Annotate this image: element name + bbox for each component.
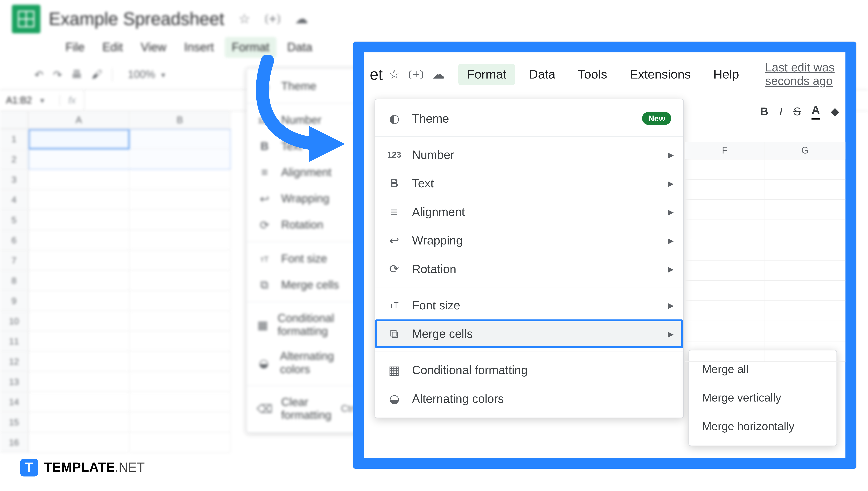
menu-item-alignment[interactable]: ≡Alignment [247, 160, 370, 186]
menu-item-rotation[interactable]: ⟳Rotation [247, 212, 370, 238]
row-header[interactable]: 9 [0, 291, 28, 311]
print-icon[interactable]: 🖶 [71, 68, 82, 81]
menu-item-conditional[interactable]: ▦Conditional formatting [375, 356, 683, 384]
menu-file[interactable]: File [58, 37, 92, 58]
canvas-wrapper: Example Spreadsheet ☆ ⟮+⟯ ☁ File Edit Vi… [0, 0, 868, 490]
sheets-logo[interactable] [12, 5, 40, 33]
altcolors-icon: ◒ [387, 392, 401, 406]
watermark-text: TEMPLATE.NET [44, 460, 145, 475]
star-icon[interactable]: ☆ [389, 67, 400, 82]
col-header[interactable]: B [130, 111, 231, 129]
submenu-caret-icon: ▶ [668, 329, 674, 338]
menu-item-wrapping[interactable]: ↩Wrapping▶ [375, 226, 683, 255]
watermark: T TEMPLATE.NET [20, 459, 145, 476]
row-header[interactable]: 1 [0, 129, 28, 149]
menu-label: Theme [412, 111, 449, 125]
row-header[interactable]: 11 [0, 331, 28, 352]
menu-item-wrapping[interactable]: ↩Wrapping [247, 186, 370, 212]
number-icon: 123 [257, 113, 272, 127]
overlay-toolbar: B I S A ◆ [760, 104, 840, 119]
menu-data[interactable]: Data [521, 64, 564, 85]
menu-item-theme[interactable]: ◐Theme [247, 73, 370, 99]
menu-item-number[interactable]: 123Number▶ [375, 141, 683, 169]
menu-tools[interactable]: Tools [569, 64, 615, 85]
submenu-caret-icon: ▶ [668, 264, 674, 273]
menu-item-altcolors[interactable]: ◒Alternating colors [247, 344, 370, 382]
redo-icon[interactable]: ↷ [53, 68, 62, 81]
menu-view[interactable]: View [133, 37, 173, 58]
overlay-menubar: et ☆ ⟮+⟯ ☁ Format Data Tools Extensions … [364, 52, 845, 95]
row-header[interactable]: 2 [0, 149, 28, 170]
menu-edit[interactable]: Edit [95, 37, 130, 58]
italic-button[interactable]: I [779, 105, 783, 118]
row-header[interactable]: 4 [0, 190, 28, 210]
select-all-corner[interactable] [0, 111, 28, 129]
last-edit-link[interactable]: Last edit was seconds ago [765, 61, 843, 88]
star-icon[interactable]: ☆ [239, 11, 250, 27]
bold-button[interactable]: B [760, 105, 768, 118]
document-title[interactable]: Example Spreadsheet [49, 9, 224, 29]
menu-item-alignment[interactable]: ≡Alignment▶ [375, 197, 683, 226]
cloud-icon[interactable]: ☁ [295, 11, 308, 27]
row-header[interactable]: 7 [0, 251, 28, 271]
row-header[interactable]: 8 [0, 271, 28, 291]
fontsize-icon: тT [257, 252, 272, 266]
menu-item-fontsize[interactable]: тTFont size▶ [375, 291, 683, 319]
conditional-icon: ▦ [257, 318, 268, 332]
menu-label: Alignment [412, 205, 465, 219]
col-header[interactable]: A [28, 111, 130, 129]
move-icon[interactable]: ⟮+⟯ [262, 11, 283, 27]
name-box[interactable]: A1:B2▼ [0, 92, 60, 108]
menu-label: Conditional formatting [412, 363, 528, 377]
row-header[interactable]: 12 [0, 352, 28, 372]
row-header[interactable]: 3 [0, 170, 28, 190]
theme-icon: ◐ [257, 79, 272, 93]
menu-item-number[interactable]: 123Number [247, 107, 370, 134]
col-header[interactable]: F [685, 142, 765, 160]
menu-label: Font size [412, 298, 460, 312]
zoom-callout: et ☆ ⟮+⟯ ☁ Format Data Tools Extensions … [353, 42, 856, 469]
menu-format[interactable]: Format [459, 64, 515, 85]
menu-item-merge[interactable]: ⧉Merge cells [247, 272, 370, 298]
wrapping-icon: ↩ [387, 233, 401, 248]
menu-extensions[interactable]: Extensions [621, 64, 699, 85]
strike-button[interactable]: S [794, 105, 801, 118]
col-header[interactable]: G [765, 142, 845, 160]
textcolor-button[interactable]: A [812, 104, 820, 119]
selection-range [28, 129, 230, 170]
alignment-icon: ≡ [387, 205, 401, 219]
fill-button[interactable]: ◆ [831, 105, 840, 118]
zoom-dropdown[interactable]: 100%▼ [122, 66, 173, 83]
row-header[interactable]: 6 [0, 230, 28, 251]
row-header[interactable]: 15 [0, 412, 28, 433]
menu-item-text[interactable]: BText▶ [375, 169, 683, 197]
row-header[interactable]: 16 [0, 432, 28, 453]
format-menu-bg: ◐Theme 123Number BText ≡Alignment ↩Wrapp… [246, 68, 371, 433]
row-header[interactable]: 13 [0, 372, 28, 392]
menu-format[interactable]: Format [225, 37, 277, 58]
titlebar: Example Spreadsheet ☆ ⟮+⟯ ☁ [0, 0, 868, 33]
menu-item-altcolors[interactable]: ◒Alternating colors [375, 384, 683, 413]
row-header[interactable]: 10 [0, 311, 28, 331]
menu-item-text[interactable]: BText [247, 133, 370, 160]
menu-item-fontsize[interactable]: тTFont size [247, 246, 370, 272]
paintformat-icon[interactable]: 🖌 [92, 68, 102, 81]
menu-item-rotation[interactable]: ⟳Rotation▶ [375, 255, 683, 283]
text-icon: B [387, 176, 401, 190]
menu-item-merge[interactable]: ⧉Merge cells▶ [375, 319, 683, 348]
move-icon[interactable]: ⟮+⟯ [406, 67, 426, 82]
submenu-caret-icon: ▶ [668, 179, 674, 188]
menu-data[interactable]: Data [280, 37, 319, 58]
row-header[interactable]: 5 [0, 210, 28, 230]
menu-item-theme[interactable]: ◐ Theme New [375, 104, 683, 133]
menu-help[interactable]: Help [705, 64, 747, 85]
menu-item-clear[interactable]: ⌫Clear formattingCtrl+\ [247, 389, 370, 428]
cloud-icon[interactable]: ☁ [432, 67, 444, 82]
row-header[interactable]: 14 [0, 392, 28, 412]
menu-item-conditional[interactable]: ▦Conditional formatting [247, 306, 370, 344]
submenu-caret-icon: ▶ [668, 207, 674, 216]
undo-icon[interactable]: ↶ [34, 68, 43, 81]
menu-insert[interactable]: Insert [177, 37, 221, 58]
rotation-icon: ⟳ [387, 262, 401, 276]
clear-icon: ⌫ [257, 402, 272, 416]
